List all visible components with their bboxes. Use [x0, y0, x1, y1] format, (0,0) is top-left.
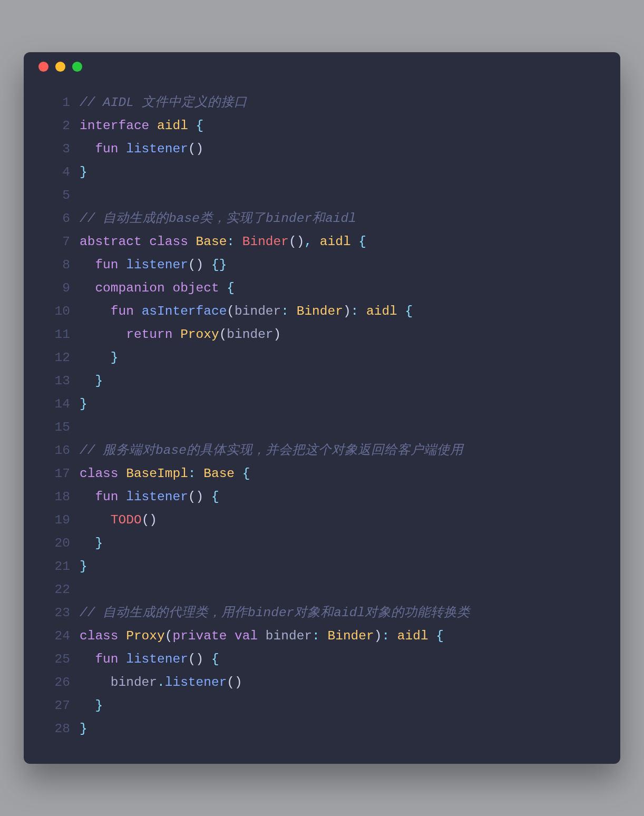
token [203, 652, 211, 666]
token [165, 281, 173, 295]
token [219, 281, 227, 295]
minimize-icon[interactable] [55, 62, 65, 72]
code-line: 26 binder.listener() [24, 671, 606, 694]
code-content: // 自动生成的代理类，用作binder对象和aidl对象的功能转换类 [80, 601, 606, 625]
token: } [95, 536, 103, 550]
token: binder [227, 327, 273, 342]
line-number: 25 [24, 648, 80, 671]
line-number: 1 [24, 91, 80, 114]
token [188, 119, 196, 133]
token [80, 258, 95, 272]
token: class [80, 629, 119, 643]
token [80, 327, 126, 342]
token: } [80, 165, 87, 179]
token [203, 258, 211, 272]
token: // 自动生成的代理类，用作binder对象和aidl对象的功能转换类 [80, 606, 470, 620]
token: return [126, 327, 172, 342]
code-content: } [80, 370, 606, 393]
code-content: } [80, 346, 606, 370]
token: : [281, 304, 289, 318]
token: // AIDL 文件中定义的接口 [80, 95, 247, 110]
line-number: 20 [24, 532, 80, 555]
code-content: abstract class Base: Binder(), aidl { [80, 230, 606, 254]
token: { [227, 281, 235, 295]
token: // 服务端对base的具体实现，并会把这个对象返回给客户端使用 [80, 443, 463, 458]
token: () [142, 513, 157, 527]
token: abstract [80, 235, 142, 249]
token: () [188, 652, 203, 666]
line-number: 4 [24, 161, 80, 184]
token: listener [165, 675, 227, 689]
code-line: 6// 自动生成的base类，实现了binder和aidl [24, 207, 606, 230]
token: asInterface [142, 304, 227, 318]
code-content [80, 578, 606, 601]
code-line: 12 } [24, 346, 606, 370]
close-icon[interactable] [38, 62, 48, 72]
token: () [188, 258, 203, 272]
code-content: // AIDL 文件中定义的接口 [80, 91, 606, 114]
token [289, 304, 297, 318]
token [119, 490, 126, 504]
token [188, 235, 196, 249]
token: ) [374, 629, 382, 643]
token [235, 467, 242, 481]
code-content: TODO() [80, 509, 606, 532]
code-content [80, 416, 606, 439]
token [119, 652, 126, 666]
token: aidl [366, 304, 397, 318]
token [119, 467, 126, 481]
code-line: 2interface aidl { [24, 114, 606, 138]
code-line: 10 fun asInterface(binder: Binder): aidl… [24, 300, 606, 323]
token: listener [126, 490, 188, 504]
token: Binder [297, 304, 343, 318]
token: () [289, 235, 304, 249]
code-content: } [80, 694, 606, 717]
code-line: 13 } [24, 370, 606, 393]
code-area: 1// AIDL 文件中定义的接口2interface aidl {3 fun … [24, 81, 620, 746]
code-line: 14} [24, 393, 606, 416]
maximize-icon[interactable] [72, 62, 82, 72]
token: listener [126, 142, 188, 156]
token: {} [211, 258, 227, 272]
token [196, 467, 204, 481]
code-line: 27 } [24, 694, 606, 717]
token: } [111, 351, 119, 365]
code-line: 15 [24, 416, 606, 439]
token: binder [258, 629, 312, 643]
token: listener [126, 258, 188, 272]
token: () [188, 490, 203, 504]
line-number: 28 [24, 717, 80, 741]
code-content: interface aidl { [80, 114, 606, 138]
code-line: 11 return Proxy(binder) [24, 323, 606, 346]
token [119, 142, 126, 156]
token: } [95, 698, 103, 713]
token [80, 513, 111, 527]
line-number: 6 [24, 207, 80, 230]
code-line: 20 } [24, 532, 606, 555]
token: interface [80, 119, 149, 133]
token: listener [126, 652, 188, 666]
token: Proxy [126, 629, 165, 643]
code-line: 16// 服务端对base的具体实现，并会把这个对象返回给客户端使用 [24, 439, 606, 462]
code-content: companion object { [80, 277, 606, 300]
token [80, 490, 95, 504]
token: Base [203, 467, 235, 481]
token [149, 119, 157, 133]
token: { [242, 467, 250, 481]
token: { [196, 119, 204, 133]
code-line: 21} [24, 555, 606, 578]
code-line: 7abstract class Base: Binder(), aidl { [24, 230, 606, 254]
token [203, 490, 211, 504]
token: fun [95, 490, 118, 504]
token: class [149, 235, 188, 249]
token: BaseImpl [126, 467, 188, 481]
token: : [188, 467, 196, 481]
line-number: 7 [24, 230, 80, 254]
line-number: 26 [24, 671, 80, 694]
token [227, 629, 235, 643]
code-line: 19 TODO() [24, 509, 606, 532]
window-titlebar [24, 52, 620, 81]
token [80, 374, 95, 388]
token [80, 698, 95, 713]
token [119, 258, 126, 272]
